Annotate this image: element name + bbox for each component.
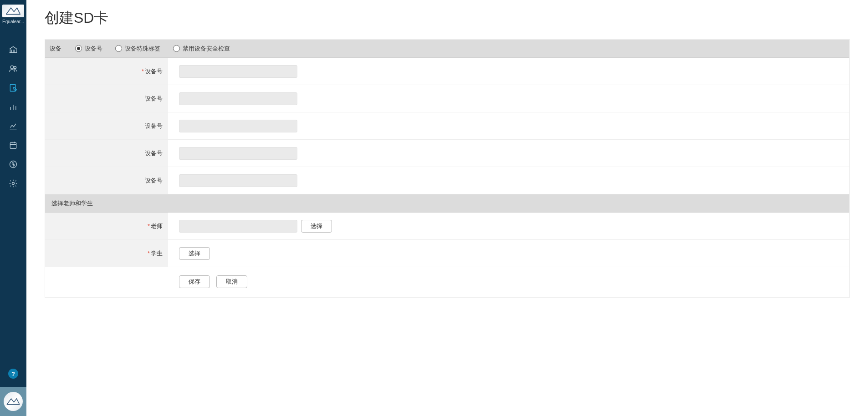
device-id-input-0[interactable] [179, 65, 297, 78]
nav-item-linechart[interactable] [0, 117, 26, 136]
device-id-input-1[interactable] [179, 92, 297, 105]
svg-rect-7 [7, 404, 20, 405]
main: 创建SD卡 设备 设备号 设备特殊标签 禁用设备安全检查 [26, 0, 868, 416]
device-id-input-2[interactable] [179, 120, 297, 132]
select-student-button[interactable]: 选择 [179, 247, 210, 260]
field-label: 设备号 [145, 67, 163, 76]
nav-item-users[interactable] [0, 60, 26, 79]
field-label: 设备号 [145, 149, 163, 157]
teacher-input[interactable] [179, 220, 297, 233]
radio-disable-security[interactable]: 禁用设备安全检查 [173, 45, 230, 53]
nav [0, 41, 26, 193]
device-radio-group: 设备号 设备特殊标签 禁用设备安全检查 [75, 45, 230, 53]
teacher-row: * 老师 选择 [45, 213, 849, 240]
cancel-button[interactable]: 取消 [216, 275, 247, 288]
radio-device-id[interactable]: 设备号 [75, 45, 102, 53]
institution-icon [9, 45, 18, 56]
help-button[interactable]: ? [8, 369, 18, 379]
nav-item-calendar[interactable] [0, 136, 26, 155]
nav-item-settings[interactable] [0, 174, 26, 193]
device-row-1: 设备号 [45, 85, 849, 112]
field-label-cell: 设备号 [45, 167, 168, 194]
calendar-icon [9, 141, 18, 151]
select-teacher-button[interactable]: 选择 [301, 220, 332, 233]
avatar-area[interactable] [0, 387, 26, 416]
field-label: 设备号 [145, 95, 163, 103]
nav-item-institution[interactable] [0, 41, 26, 60]
nav-item-edit[interactable] [0, 79, 26, 98]
nav-item-barchart[interactable] [0, 98, 26, 117]
page-title: 创建SD卡 [45, 8, 850, 28]
radio-dot-icon [75, 45, 82, 52]
save-button[interactable]: 保存 [179, 275, 210, 288]
barchart-icon [9, 102, 18, 113]
device-section-label: 设备 [50, 45, 75, 53]
brand: Equalear... [0, 0, 26, 27]
device-row-0: * 设备号 [45, 58, 849, 85]
radio-label: 禁用设备安全检查 [183, 45, 230, 53]
avatar [4, 392, 23, 411]
required-marker: * [148, 223, 150, 229]
brand-label: Equalear... [2, 19, 24, 24]
radio-label: 设备号 [85, 45, 102, 53]
field-label-cell: 设备号 [45, 112, 168, 139]
field-label: 老师 [151, 222, 163, 230]
svg-rect-0 [6, 14, 20, 15]
radio-label: 设备特殊标签 [125, 45, 160, 53]
device-row-4: 设备号 [45, 167, 849, 194]
device-id-input-3[interactable] [179, 147, 297, 160]
radio-dot-icon [115, 45, 122, 52]
svg-rect-4 [10, 142, 16, 148]
field-label: 设备号 [145, 177, 163, 185]
radio-dot-icon [173, 45, 180, 52]
required-marker: * [142, 68, 144, 75]
linechart-icon [9, 122, 18, 132]
field-label-cell: * 学生 [45, 240, 168, 267]
currency-icon [9, 160, 18, 170]
actions-row: 保存 取消 [45, 267, 849, 297]
device-row-2: 设备号 [45, 112, 849, 140]
radio-device-tag[interactable]: 设备特殊标签 [115, 45, 160, 53]
device-section-header: 设备 设备号 设备特殊标签 禁用设备安全检查 [45, 40, 849, 58]
help-icon: ? [11, 370, 15, 377]
actions-label-cell [45, 267, 168, 297]
settings-gear-icon [9, 179, 18, 189]
svg-point-6 [12, 182, 15, 184]
field-label-cell: * 设备号 [45, 58, 168, 85]
svg-point-2 [14, 66, 16, 69]
field-label-cell: * 老师 [45, 213, 168, 239]
edit-doc-icon [9, 83, 18, 94]
student-row: * 学生 选择 [45, 240, 849, 267]
people-section-header: 选择老师和学生 [45, 194, 849, 213]
field-label: 设备号 [145, 122, 163, 130]
required-marker: * [148, 250, 150, 257]
brand-logo [2, 5, 24, 17]
field-label-cell: 设备号 [45, 85, 168, 112]
field-label: 学生 [151, 249, 163, 258]
nav-item-currency[interactable] [0, 155, 26, 174]
device-row-3: 设备号 [45, 140, 849, 167]
field-label-cell: 设备号 [45, 140, 168, 167]
users-icon [9, 64, 18, 75]
device-id-input-4[interactable] [179, 174, 297, 187]
form-panel: 设备 设备号 设备特殊标签 禁用设备安全检查 * 设备号 [45, 39, 850, 298]
people-section-label: 选择老师和学生 [51, 199, 93, 208]
svg-point-1 [10, 66, 14, 69]
sidebar: Equalear... [0, 0, 26, 416]
